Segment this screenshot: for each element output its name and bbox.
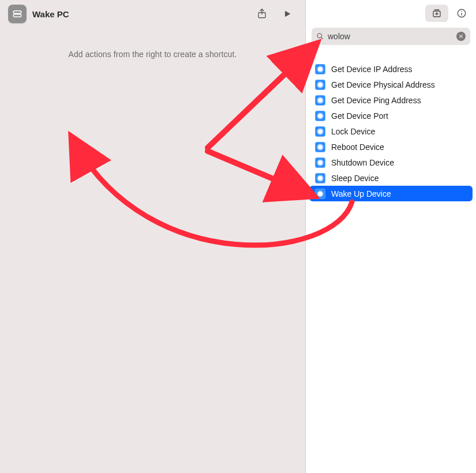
action-label: Get Device Ping Address — [331, 96, 421, 105]
library-toggle-button[interactable] — [425, 5, 448, 22]
action-app-icon — [315, 173, 325, 183]
action-app-icon — [315, 189, 325, 199]
action-app-icon — [315, 142, 325, 152]
library-toolbar — [306, 0, 476, 24]
action-label: Get Device IP Address — [331, 65, 413, 74]
action-app-icon — [315, 80, 325, 90]
titlebar: Wake PC — [0, 0, 305, 27]
action-search-input[interactable] — [328, 32, 456, 41]
action-app-icon — [315, 157, 325, 168]
action-item[interactable]: Lock Device — [309, 123, 473, 139]
action-app-icon — [315, 64, 325, 74]
action-label: Lock Device — [331, 127, 375, 136]
action-label: Wake Up Device — [331, 189, 391, 198]
library-pane: Get Device IP AddressGet Device Physical… — [306, 0, 476, 473]
svg-line-4 — [208, 151, 306, 193]
search-icon — [316, 32, 324, 40]
editor-hint: Add actions from the right to create a s… — [0, 50, 305, 59]
action-label: Get Device Physical Address — [331, 80, 435, 89]
action-item[interactable]: Wake Up Device — [309, 186, 473, 201]
svg-point-9 — [317, 33, 322, 38]
svg-rect-0 — [13, 11, 21, 14]
svg-line-10 — [321, 37, 323, 39]
editor-pane: Wake PC Add actions from the right to cr… — [0, 0, 306, 473]
action-item[interactable]: Reboot Device — [309, 139, 473, 155]
svg-point-8 — [461, 11, 462, 12]
action-label: Reboot Device — [331, 142, 384, 152]
svg-rect-1 — [13, 14, 21, 17]
clear-search-icon[interactable] — [456, 32, 466, 41]
action-item[interactable]: Get Device IP Address — [309, 61, 473, 77]
actions-list: Get Device IP AddressGet Device Physical… — [306, 61, 476, 201]
action-app-icon — [315, 111, 325, 121]
share-button[interactable] — [256, 7, 268, 20]
svg-line-3 — [208, 50, 310, 148]
action-app-icon — [315, 126, 325, 137]
action-app-icon — [315, 95, 325, 106]
titlebar-buttons — [256, 7, 294, 20]
info-button[interactable] — [454, 6, 469, 21]
action-search[interactable] — [312, 28, 470, 45]
action-label: Shutdown Device — [331, 158, 394, 167]
action-item[interactable]: Get Device Ping Address — [309, 92, 473, 108]
run-button[interactable] — [281, 7, 294, 20]
action-label: Sleep Device — [331, 174, 379, 183]
shortcut-title[interactable]: Wake PC — [32, 9, 250, 19]
shortcut-app-icon — [8, 5, 27, 23]
action-label: Get Device Port — [331, 111, 388, 121]
action-item[interactable]: Get Device Physical Address — [309, 77, 473, 92]
action-item[interactable]: Sleep Device — [309, 170, 473, 186]
action-item[interactable]: Get Device Port — [309, 108, 473, 123]
action-item[interactable]: Shutdown Device — [309, 155, 473, 170]
